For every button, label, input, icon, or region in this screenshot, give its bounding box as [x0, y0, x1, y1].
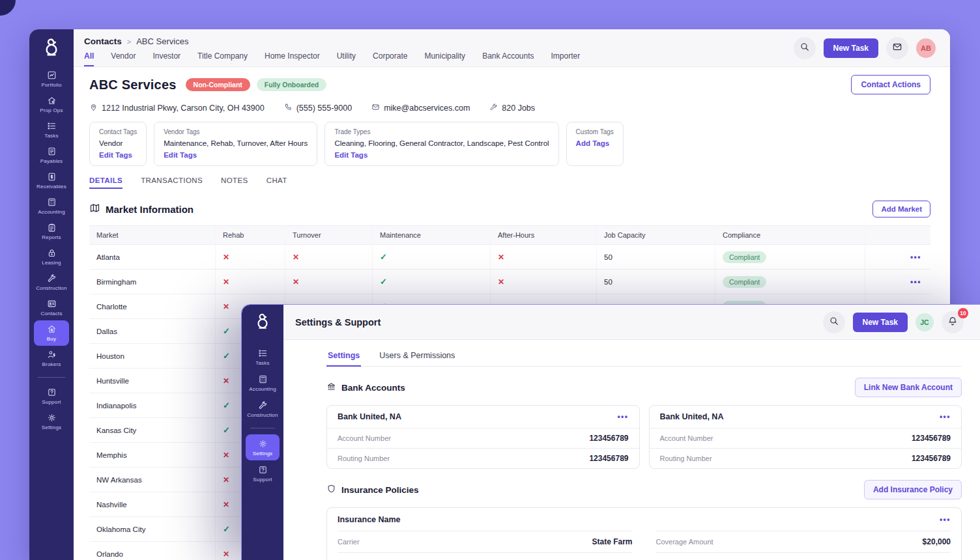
field-value: $20,000	[923, 537, 951, 546]
new-task-button[interactable]: New Task	[853, 313, 908, 332]
field-value: 123456789	[589, 434, 628, 443]
add-insurance-policy-button[interactable]: Add Insurance Policy	[864, 480, 962, 499]
sidebar-item-payables[interactable]: Payables	[34, 143, 69, 168]
edit-tags-link[interactable]: Edit Tags	[164, 151, 197, 159]
column-header-job-capacity: Job Capacity	[596, 226, 715, 244]
mail-button[interactable]	[886, 37, 908, 59]
sidebar-item-label: Leasing	[42, 260, 61, 266]
settings-tab-users-permissions[interactable]: Users & Permissions	[378, 348, 456, 366]
after-hours-cell: ✕	[490, 270, 596, 294]
breadcrumb-contacts[interactable]: Contacts	[84, 36, 122, 46]
bank-icon	[326, 382, 336, 394]
breadcrumb-current: ABC Services	[136, 36, 188, 46]
bank-card-fields: Account Number123456789Routing Number123…	[327, 428, 639, 468]
support-icon	[47, 387, 57, 397]
sidebar-item-leasing[interactable]: Leasing	[34, 244, 69, 270]
tag-card-title: Trade Types	[334, 128, 549, 135]
sidebar-item-label: Receivables	[36, 184, 66, 189]
search-button[interactable]	[823, 311, 845, 333]
edit-tags-link[interactable]: Edit Tags	[334, 151, 368, 159]
detail-tab-transactions[interactable]: TRANSACTIONS	[141, 176, 203, 189]
field-label: Routing Number	[660, 455, 712, 462]
reports-icon	[47, 223, 57, 232]
sidebar-item-receivables[interactable]: Receivables	[34, 168, 69, 193]
tag-card-title: Contact Tags	[99, 128, 137, 135]
insurance-field-column: Coverage Amount$20,000Effective Date06/0…	[656, 531, 951, 560]
sidebar-item-label: Settings	[42, 425, 62, 430]
tab-all[interactable]: All	[84, 51, 94, 66]
check-icon: ✓	[380, 277, 387, 287]
row-menu-button[interactable]: •••	[865, 245, 930, 269]
sidebar-item-accounting[interactable]: Accounting	[246, 370, 280, 396]
turnover-cell: ✕	[285, 245, 372, 269]
tab-corporate[interactable]: Corporate	[373, 51, 407, 66]
add-market-button[interactable]: Add Market	[872, 201, 930, 217]
compliance-badge: Compliant	[723, 251, 766, 263]
tab-title-company[interactable]: Title Company	[197, 51, 248, 66]
market-table-header: MarketRehabTurnoverMaintenanceAfter-Hour…	[89, 225, 930, 245]
bank-card-menu-button[interactable]: •••	[617, 412, 628, 421]
contact-phone: (555) 555-9000	[284, 103, 352, 113]
user-avatar[interactable]: JC	[915, 313, 934, 331]
detail-tab-details[interactable]: DETAILS	[89, 176, 122, 189]
sidebar-item-tasks[interactable]: Tasks	[34, 117, 69, 143]
add-tags-link[interactable]: Add Tags	[576, 139, 610, 147]
tag-card-vendor-tags: Vendor TagsMaintenance, Rehab, Turnover,…	[154, 122, 317, 166]
detail-tab-notes[interactable]: NOTES	[221, 176, 248, 189]
bank-card-menu-button[interactable]: •••	[940, 412, 951, 421]
contact-jobs: 820 Jobs	[489, 103, 535, 113]
market-cell: Oklahoma City	[89, 517, 215, 541]
phone-icon	[284, 103, 293, 113]
sidebar-item-settings[interactable]: Settings	[34, 409, 69, 434]
bank-accounts-title: Bank Accounts	[341, 383, 405, 393]
sidebar-item-support[interactable]: Support	[34, 384, 69, 409]
contact-actions-button[interactable]: Contact Actions	[851, 75, 930, 94]
sidebar-item-settings[interactable]: Settings	[246, 434, 280, 460]
sidebar-item-construction[interactable]: Construction	[34, 270, 69, 295]
table-row: Birmingham✕✕✓✕50Compliant•••	[89, 270, 930, 294]
sidebar-item-portfolio[interactable]: Portfolio	[34, 66, 69, 92]
sidebar-item-accounting[interactable]: Accounting	[34, 193, 69, 219]
new-task-button[interactable]: New Task	[824, 38, 878, 58]
app-logo[interactable]	[29, 29, 74, 66]
sidebar-divider	[38, 377, 65, 378]
sidebar-item-tasks[interactable]: Tasks	[246, 344, 280, 370]
settings-window: TasksAccountingConstructionSettingsSuppo…	[241, 304, 980, 560]
row-menu-button[interactable]: •••	[865, 270, 930, 294]
market-cell: Birmingham	[89, 270, 215, 294]
tab-investor[interactable]: Investor	[152, 51, 180, 66]
column-header-after-hours: After-Hours	[490, 226, 596, 244]
tag-card-contact-tags: Contact TagsVendorEdit Tags	[89, 122, 147, 166]
sidebar-item-support[interactable]: Support	[246, 460, 280, 486]
tab-municipality[interactable]: Municipality	[424, 51, 465, 66]
support-icon	[258, 465, 268, 475]
detail-tab-chat[interactable]: CHAT	[267, 176, 287, 189]
check-icon: ✓	[223, 351, 230, 361]
tab-home-inspector[interactable]: Home Inspector	[265, 51, 320, 66]
settings-tab-settings[interactable]: Settings	[326, 348, 361, 367]
tab-importer[interactable]: Importer	[551, 51, 581, 66]
sidebar-item-prop-ops[interactable]: Prop Ops	[34, 92, 69, 117]
sidebar-item-reports[interactable]: Reports	[34, 219, 69, 244]
tab-vendor[interactable]: Vendor	[111, 51, 136, 66]
field-value: 123456789	[912, 454, 951, 463]
sidebar-item-construction[interactable]: Construction	[246, 396, 280, 422]
edit-tags-link[interactable]: Edit Tags	[99, 151, 132, 159]
tag-card-trade-types: Trade TypesCleaning, Flooring, General C…	[324, 122, 558, 166]
check-icon: ✓	[380, 252, 387, 262]
sidebar-item-brokers[interactable]: Brokers	[34, 346, 69, 371]
field-row: Account Number123456789	[327, 428, 639, 448]
compliance-cell: Compliant	[715, 245, 865, 269]
search-button[interactable]	[794, 37, 816, 59]
tab-utility[interactable]: Utility	[337, 51, 356, 66]
user-avatar[interactable]: AB	[916, 38, 936, 58]
bank-card-header: Bank United, NA•••	[650, 406, 962, 428]
overlay-app-logo[interactable]	[242, 305, 283, 340]
tab-bank-accounts[interactable]: Bank Accounts	[482, 51, 534, 66]
contacts-icon	[47, 299, 57, 309]
sidebar-item-buy[interactable]: Buy	[34, 320, 69, 346]
column-header-compliance: Compliance	[715, 226, 865, 244]
sidebar-item-contacts[interactable]: Contacts	[34, 295, 69, 320]
link-new-bank-account-button[interactable]: Link New Bank Account	[855, 378, 962, 397]
insurance-menu-button[interactable]: •••	[940, 515, 951, 524]
